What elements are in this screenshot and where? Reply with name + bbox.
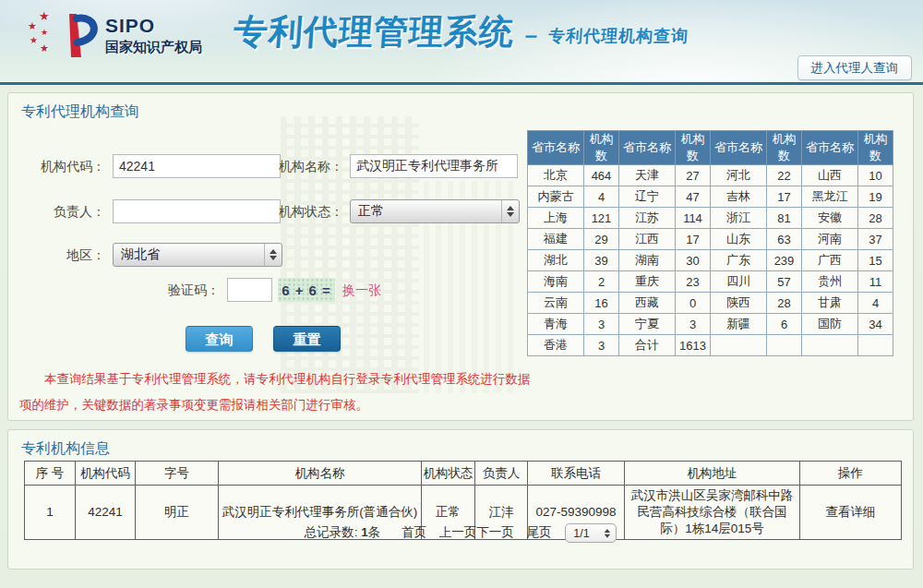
- stats-cell: 29: [584, 229, 619, 250]
- first-page-link[interactable]: 首页: [402, 525, 426, 539]
- stats-cell: 内蒙古: [528, 186, 584, 208]
- agent-query-button[interactable]: 进入代理人查询: [797, 55, 913, 80]
- stats-cell: 15: [858, 250, 893, 271]
- stats-cell: 合计: [619, 335, 676, 356]
- region-select-value: 湖北省: [121, 246, 160, 263]
- info-header-cell: 机构状态: [422, 462, 475, 486]
- stats-cell: 22: [767, 165, 802, 186]
- stats-cell: 广东: [711, 250, 767, 271]
- info-header-cell: 字号: [136, 462, 219, 486]
- total-records-value: 1: [361, 525, 368, 539]
- app-title-group: 专利代理管理系统 – 专利代理机构查询: [232, 11, 690, 54]
- captcha-image: 6 + 6 =: [278, 278, 335, 302]
- status-select[interactable]: 正常: [350, 199, 520, 223]
- stats-cell: 3: [676, 314, 711, 335]
- info-header-cell: 联系电话: [528, 462, 625, 486]
- stats-cell: 464: [584, 165, 619, 186]
- next-page-link[interactable]: 下一页: [476, 525, 514, 539]
- stats-cell: 3: [584, 314, 619, 335]
- title-dash: –: [523, 17, 538, 54]
- stats-cell: 27: [676, 165, 711, 186]
- stats-cell: 81: [767, 208, 802, 229]
- stats-cell: 47: [676, 186, 711, 208]
- logo-sipo-label: SIPO: [105, 15, 202, 37]
- select-arrows-icon: [501, 200, 519, 222]
- stats-cell: 海南: [528, 271, 584, 293]
- stats-cell: 0: [676, 293, 711, 314]
- info-header-row: 序 号 机构代码 字号 机构名称 机构状态 负责人 联系电话 机构地址 操作: [25, 462, 902, 486]
- stats-cell: 3: [584, 335, 619, 356]
- stats-cell: 浙江: [711, 208, 767, 229]
- query-button[interactable]: 查询: [186, 326, 253, 352]
- stats-row: 湖北39湖南30广东239广西15: [528, 250, 893, 271]
- stats-cell: 青海: [528, 314, 584, 335]
- search-panel-title: 专利代理机构查询: [21, 102, 139, 122]
- stats-cell: 山西: [802, 165, 858, 186]
- stats-cell: 17: [676, 229, 711, 250]
- region-label: 地区：: [18, 247, 105, 264]
- stats-cell: 吉林: [711, 186, 767, 208]
- stats-cell: [711, 335, 767, 356]
- stats-header-cell: 省市名称: [619, 131, 676, 165]
- stats-cell: 23: [676, 271, 711, 293]
- stats-cell: 湖南: [619, 250, 676, 271]
- stats-cell: 宁夏: [619, 314, 676, 335]
- total-records-unit: 条: [368, 525, 381, 539]
- logo-text: SIPO 国家知识产权局: [105, 15, 202, 56]
- stats-cell: 河北: [711, 165, 767, 186]
- page-select[interactable]: 1/1: [565, 523, 617, 543]
- stats-header-cell: 机构数: [676, 131, 711, 165]
- stats-cell: [802, 335, 858, 356]
- stats-cell: 114: [676, 208, 711, 229]
- prev-page-link[interactable]: 上一页: [439, 525, 477, 539]
- stats-row: 内蒙古4辽宁47吉林17黑龙江19: [528, 186, 893, 208]
- stats-cell: 上海: [528, 208, 584, 229]
- stats-cell: 山东: [711, 229, 767, 250]
- status-label: 机构状态：: [256, 204, 343, 221]
- stats-cell: 239: [767, 250, 802, 271]
- stats-row: 青海3宁夏3新疆6国防34: [528, 314, 893, 335]
- stats-cell: 黑龙江: [802, 186, 858, 208]
- info-header-cell: 机构地址: [625, 462, 800, 486]
- last-page-link[interactable]: 尾页: [527, 525, 552, 539]
- stats-cell: 辽宁: [619, 186, 676, 208]
- stats-header-cell: 机构数: [767, 131, 802, 165]
- stats-cell: 广西: [802, 250, 858, 271]
- stats-cell: 2: [584, 271, 619, 293]
- stats-cell: 1613: [676, 335, 711, 356]
- stats-cell: 34: [858, 314, 893, 335]
- captcha-refresh-link[interactable]: 换一张: [342, 282, 381, 299]
- stats-cell: 39: [584, 250, 619, 271]
- header: ★ ★ ★ ★ ★ SIPO 国家知识产权局 专利代理管理系统 – 专利代理机构…: [0, 0, 923, 85]
- info-panel-title: 专利机构信息: [21, 439, 110, 459]
- stats-cell: 江苏: [619, 208, 676, 229]
- select-arrows-icon: [264, 244, 282, 266]
- org-code-label: 机构代码：: [18, 159, 105, 175]
- captcha-input[interactable]: [227, 278, 272, 302]
- stats-cell: 安徽: [802, 208, 858, 229]
- stats-cell: 重庆: [619, 271, 676, 293]
- org-name-label: 机构名称：: [256, 159, 343, 175]
- stats-row: 北京464天津27河北22山西10: [528, 165, 893, 186]
- org-name-input[interactable]: [350, 154, 518, 178]
- stats-cell: 63: [767, 229, 802, 250]
- page-select-value: 1/1: [573, 527, 589, 540]
- stats-header-cell: 省市名称: [528, 131, 584, 165]
- principal-label: 负责人：: [18, 204, 105, 221]
- stats-row: 上海121江苏114浙江81安徽28: [528, 208, 893, 229]
- status-select-value: 正常: [358, 203, 384, 220]
- stats-cell: 28: [858, 208, 893, 229]
- stats-cell: 陕西: [711, 293, 767, 314]
- notice-text: 本查询结果基于专利代理管理系统，请专利代理机构自行登录专利代理管理系统进行数据项…: [19, 366, 542, 418]
- stats-header-cell: 机构数: [584, 131, 619, 165]
- sipo-p-icon: [50, 9, 103, 61]
- stats-cell: [858, 335, 893, 356]
- stats-cell: [767, 335, 802, 356]
- stats-cell: 10: [858, 165, 893, 186]
- stats-cell: 新疆: [711, 314, 767, 335]
- reset-button[interactable]: 重置: [273, 326, 341, 352]
- stats-cell: 16: [584, 293, 619, 314]
- page: ★ ★ ★ ★ ★ SIPO 国家知识产权局 专利代理管理系统 – 专利代理机构…: [0, 0, 923, 588]
- region-select[interactable]: 湖北省: [113, 243, 282, 267]
- info-header-cell: 序 号: [25, 462, 76, 486]
